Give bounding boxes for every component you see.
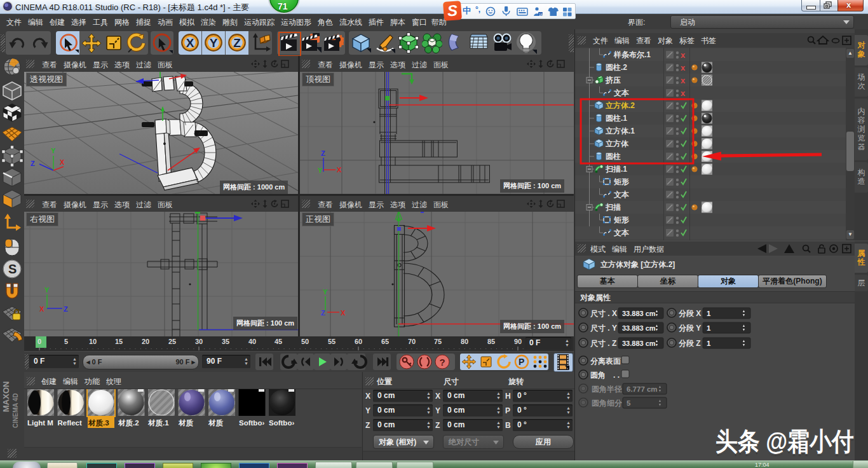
- svg-text:35: 35: [222, 338, 229, 345]
- svg-text:6.777 cm: 6.777 cm: [627, 385, 658, 393]
- svg-text:文本: 文本: [613, 190, 629, 199]
- svg-text:Softbo›: Softbo›: [239, 419, 264, 427]
- svg-text:20: 20: [142, 338, 149, 345]
- svg-text:材质: 材质: [178, 419, 194, 427]
- svg-text:85: 85: [487, 338, 495, 345]
- svg-text:80: 80: [461, 338, 468, 345]
- svg-text:立方体: 立方体: [605, 139, 629, 148]
- svg-text:材质.1: 材质.1: [147, 419, 169, 427]
- svg-text:P: P: [519, 357, 524, 367]
- svg-text:55: 55: [328, 338, 336, 345]
- svg-text:尺寸 . Z: 尺寸 . Z: [590, 339, 616, 348]
- svg-text:立方体.2: 立方体.2: [605, 101, 635, 110]
- svg-text:1: 1: [707, 340, 711, 347]
- svg-text:70: 70: [408, 338, 416, 345]
- svg-text:Light M: Light M: [27, 419, 53, 427]
- svg-text:5: 5: [64, 338, 68, 345]
- svg-text:X: X: [186, 36, 194, 50]
- svg-text:矩形: 矩形: [613, 216, 629, 224]
- svg-text:X: X: [337, 166, 342, 174]
- svg-text:Y: Y: [210, 36, 218, 50]
- svg-text:60: 60: [355, 338, 362, 345]
- svg-text:立方体.1: 立方体.1: [605, 127, 635, 135]
- svg-text:75: 75: [434, 338, 442, 345]
- svg-text:文本: 文本: [613, 228, 629, 237]
- svg-text:挤压: 挤压: [605, 76, 621, 85]
- svg-text:CINEMA 4D: CINEMA 4D: [12, 393, 19, 428]
- svg-text:X: X: [60, 158, 65, 166]
- svg-text:Y: Y: [318, 167, 323, 174]
- svg-text:50: 50: [301, 338, 309, 345]
- svg-text:1: 1: [707, 324, 711, 332]
- svg-text:尺寸 . X: 尺寸 . X: [590, 309, 617, 318]
- svg-text:圆角细分: 圆角细分: [592, 399, 623, 408]
- svg-text:圆角: 圆角: [590, 371, 606, 380]
- svg-text:5: 5: [627, 399, 631, 407]
- svg-text:分段 Y: 分段 Y: [678, 324, 701, 333]
- svg-text:40: 40: [248, 338, 256, 345]
- svg-text:扫描: 扫描: [605, 203, 621, 212]
- svg-text:Reflect: Reflect: [58, 419, 83, 427]
- svg-text:X: X: [39, 305, 44, 313]
- svg-text:16: 16: [539, 13, 543, 17]
- svg-text:分段 Z: 分段 Z: [678, 339, 701, 348]
- svg-text:1: 1: [707, 310, 711, 317]
- svg-text:Z: Z: [233, 36, 241, 50]
- svg-text:MAXON: MAXON: [1, 382, 11, 412]
- svg-text:45: 45: [275, 338, 282, 345]
- svg-text:圆角半径: 圆角半径: [592, 385, 622, 394]
- svg-text:0: 0: [37, 338, 41, 345]
- svg-text:材质.2: 材质.2: [118, 419, 139, 427]
- svg-text:分离表面: 分离表面: [590, 357, 621, 366]
- svg-text:x: x: [681, 88, 686, 98]
- svg-text:S: S: [8, 262, 17, 276]
- svg-text:圆柱: 圆柱: [606, 152, 621, 161]
- svg-text:圆柱.1: 圆柱.1: [606, 114, 627, 123]
- svg-text:x: x: [681, 63, 686, 72]
- svg-text:Y: Y: [323, 288, 328, 296]
- svg-text:Z: Z: [31, 160, 35, 167]
- svg-text:扫描.1: 扫描.1: [605, 165, 627, 174]
- svg-text:分段 X: 分段 X: [678, 309, 701, 318]
- svg-text:圆柱.2: 圆柱.2: [606, 63, 627, 72]
- svg-text:25: 25: [168, 338, 176, 345]
- svg-text:90: 90: [514, 338, 522, 345]
- svg-text:Z: Z: [64, 305, 68, 313]
- svg-text:33.883 cm: 33.883 cm: [622, 324, 656, 332]
- svg-text:65: 65: [381, 338, 389, 345]
- svg-text:样条布尔.1: 样条布尔.1: [613, 50, 651, 59]
- svg-text:15: 15: [115, 338, 123, 345]
- svg-text:矩形: 矩形: [613, 177, 629, 186]
- svg-text:Z: Z: [321, 149, 325, 157]
- svg-text:33.883 cm: 33.883 cm: [622, 310, 656, 317]
- svg-text:X: X: [341, 309, 346, 317]
- svg-text:Z: Z: [321, 309, 325, 317]
- svg-text:10: 10: [89, 338, 97, 345]
- svg-text:?: ?: [440, 357, 445, 368]
- svg-text:x: x: [681, 50, 686, 60]
- svg-text:33.883 cm: 33.883 cm: [622, 340, 656, 347]
- svg-text:Y: Y: [51, 147, 56, 155]
- svg-text:Softbo›: Softbo›: [269, 419, 294, 427]
- svg-text:文本: 文本: [613, 88, 629, 97]
- svg-text:材质: 材质: [208, 419, 224, 427]
- svg-text:尺寸 . Y: 尺寸 . Y: [590, 324, 617, 333]
- svg-text:Y: Y: [44, 286, 50, 294]
- svg-text:材质.3: 材质.3: [88, 419, 109, 427]
- svg-text:x: x: [681, 76, 686, 85]
- svg-text:30: 30: [195, 338, 203, 345]
